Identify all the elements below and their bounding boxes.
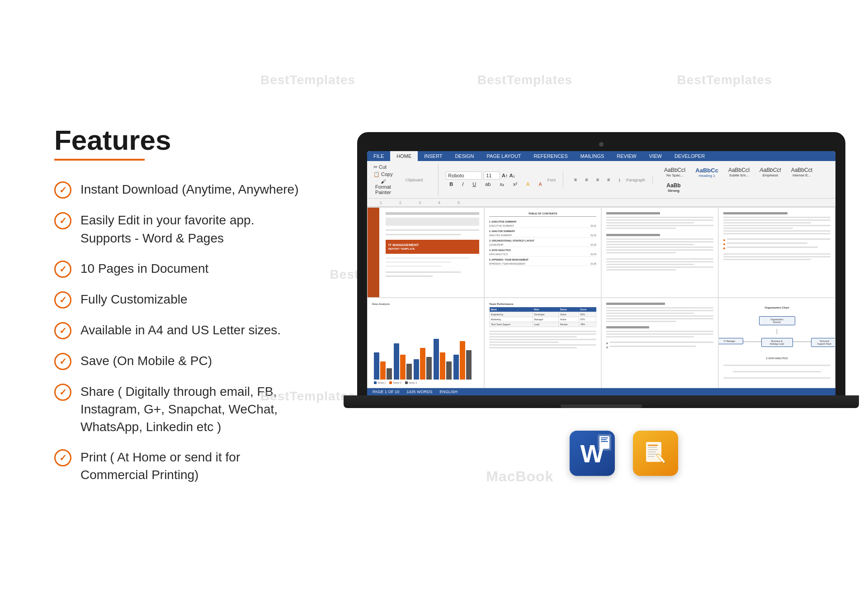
chart-bar-orange-3 <box>420 348 425 380</box>
text-line <box>606 321 676 322</box>
ribbon-tab-file[interactable]: FILE <box>367 151 390 161</box>
text-line <box>723 233 830 234</box>
pages-app-icon[interactable] <box>633 431 678 476</box>
ribbon-tab-mailings[interactable]: MAILINGS <box>574 151 611 161</box>
check-icon-2 <box>54 212 71 229</box>
style-subtle-em[interactable]: AaBbCcISubtle Em... <box>724 166 754 179</box>
bullet-dot <box>723 243 725 245</box>
cover-title-main: IT MANAGEMENT <box>388 243 476 247</box>
cover-line-5 <box>386 276 433 277</box>
legend-label-3: Series 3 <box>409 381 417 384</box>
italic-button[interactable]: I <box>458 180 467 188</box>
ribbon-tab-home[interactable]: HOME <box>390 151 418 161</box>
org-branch-3: TechnicalSupport Team <box>811 338 836 347</box>
feature-item-3: 10 Pages in Document <box>54 260 307 278</box>
status-language: ENGLISH <box>439 390 458 394</box>
feature-item-4: Fully Customizable <box>54 290 307 309</box>
laptop-container: FILE HOME INSERT DESIGN PAGE LAYOUT REFE… <box>344 132 859 408</box>
cell-status: Review <box>558 322 579 327</box>
text-line <box>606 252 676 253</box>
text-line <box>606 318 713 319</box>
word-app-icon[interactable]: W <box>570 431 615 476</box>
feature-text-6: Save (On Mobile & PC) <box>80 352 212 370</box>
word-status-bar: PAGE 1 OF 10 1435 WORDS ENGLISH <box>367 388 835 395</box>
style-normal[interactable]: AaBbCcINo Spac... <box>660 166 689 179</box>
chart-bar-group-2 <box>394 343 412 380</box>
ribbon-tab-design[interactable]: DESIGN <box>448 151 480 161</box>
format-painter-button[interactable]: 🖌 Format Painter <box>371 178 396 195</box>
text-line <box>606 310 713 311</box>
align-center-button[interactable]: ≡ <box>581 176 591 183</box>
align-left-button[interactable]: ≡ <box>571 176 580 183</box>
chart-bar-blue-2 <box>394 343 399 380</box>
table-title: Team Performance <box>489 303 596 305</box>
table-row: Marketing Manager Active 87% <box>490 317 596 322</box>
cell-role: Lead <box>533 322 558 327</box>
text-line <box>606 266 713 268</box>
org-box-strategy: Business &Strategy Lead <box>761 338 793 347</box>
feature-item-8: Print ( At Home or send it forCommercial… <box>54 448 307 484</box>
cover-line-3 <box>386 266 442 267</box>
text-line <box>606 217 713 218</box>
col-header-role: Role <box>533 307 558 312</box>
text-line <box>489 344 596 346</box>
style-strong[interactable]: AaBbStrong <box>660 181 687 194</box>
copy-button[interactable]: 📋 Copy <box>371 171 396 178</box>
org-branch-1: IT Manager <box>718 338 743 344</box>
watermark: BestTemplates <box>477 73 572 87</box>
superscript-button[interactable]: x² <box>509 180 521 188</box>
word-ribbon: FILE HOME INSERT DESIGN PAGE LAYOUT REFE… <box>367 151 835 207</box>
cover-small-text-2 <box>386 234 461 235</box>
text-line <box>606 247 713 248</box>
bullet-dot <box>606 347 608 348</box>
chart-area <box>372 307 479 381</box>
ruler-tick: 4 <box>438 200 440 205</box>
cover-sidebar <box>368 208 379 297</box>
styles-group: AaBbCcINo Spac... AaBbCcHeading 1 AaBbCc… <box>660 166 832 194</box>
org-branch-2: Business &Strategy Lead <box>761 338 793 347</box>
cover-content: IT MANAGEMENT REPORT TEMPLATE <box>386 212 479 293</box>
strikethrough-button[interactable]: ab <box>481 180 494 188</box>
laptop-base <box>344 395 859 408</box>
text-line <box>489 342 559 343</box>
page: BestTemplates BestTemplates BestTemplate… <box>0 0 868 608</box>
shrink-font-icon[interactable]: A↓ <box>509 173 515 178</box>
app-icons-row: W <box>570 431 678 476</box>
spacer <box>489 327 596 331</box>
grow-font-icon[interactable]: A↑ <box>502 173 508 178</box>
text-line <box>723 377 830 379</box>
bullet-text <box>727 238 830 240</box>
font-size-input[interactable] <box>484 171 500 180</box>
ribbon-tab-view[interactable]: VIEW <box>643 151 668 161</box>
ribbon-tab-references[interactable]: REFERENCES <box>528 151 574 161</box>
ruler-tick: 5 <box>458 200 460 205</box>
text-line <box>606 258 713 260</box>
text-line <box>723 225 830 226</box>
ribbon-tab-insert[interactable]: INSERT <box>418 151 448 161</box>
cover-orange-block: IT MANAGEMENT REPORT TEMPLATE <box>386 240 479 254</box>
line-spacing-button[interactable]: ↕ <box>614 176 624 183</box>
font-color-button[interactable]: A <box>535 180 545 188</box>
style-heading1[interactable]: AaBbCcHeading 1 <box>691 166 722 179</box>
chart-bar-orange-1 <box>380 361 386 380</box>
font-name-input[interactable] <box>446 171 482 180</box>
subscript-button[interactable]: x₂ <box>496 180 508 188</box>
ribbon-tab-developer[interactable]: DEVELOPER <box>668 151 711 161</box>
svg-rect-3 <box>648 449 658 450</box>
ribbon-tab-review[interactable]: REVIEW <box>610 151 642 161</box>
bullet-text <box>727 242 807 244</box>
watermark: BestTemplates <box>260 73 355 87</box>
justify-button[interactable]: ≡ <box>604 176 613 183</box>
highlight-button[interactable]: A <box>523 180 533 188</box>
check-icon-8 <box>54 449 71 466</box>
style-intense-em[interactable]: AaBbCctIntense E... <box>787 166 816 179</box>
underline-button[interactable]: U <box>469 180 480 188</box>
bold-button[interactable]: B <box>446 180 457 188</box>
paste-button[interactable]: ✂ Cut <box>371 164 396 171</box>
ribbon-tab-pagelayout[interactable]: PAGE LAYOUT <box>481 151 528 161</box>
cell-score: 92% <box>579 312 596 317</box>
align-right-button[interactable]: ≡ <box>593 176 603 183</box>
feature-item-1: Instant Download (Anytime, Anywhere) <box>54 180 307 199</box>
style-emphasis[interactable]: AaBbCctEmphasis <box>755 166 785 179</box>
chart-bar-blue-4 <box>434 339 439 380</box>
